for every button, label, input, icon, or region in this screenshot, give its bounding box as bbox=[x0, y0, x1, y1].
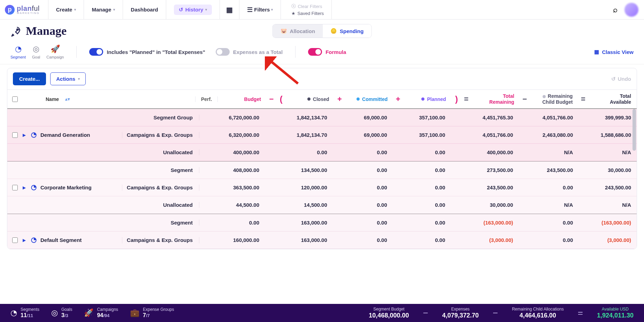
table-row: ▶Demand GenerationCampaigns & Exp. Group… bbox=[7, 126, 637, 144]
table-row: Segment0.00163,000.000.000.00(163,000.00… bbox=[7, 214, 637, 231]
chevron-down-icon: ▾ bbox=[113, 8, 115, 11]
rocket-icon bbox=[10, 25, 22, 37]
column-perf: Perf. bbox=[196, 96, 218, 102]
row-type-label: Campaigns & Exp. Groups bbox=[126, 184, 199, 190]
toggle-formula[interactable]: Formula bbox=[308, 48, 346, 56]
op-paren-open: ( bbox=[276, 94, 286, 104]
column-child-budget: RemainingChild Budget bbox=[530, 93, 578, 104]
actions-button[interactable]: Actions▾ bbox=[50, 72, 86, 85]
cell-value: 4,451,765.30 bbox=[470, 115, 519, 120]
expand-icon[interactable]: ▶ bbox=[21, 185, 27, 190]
cell-value: 0.00 bbox=[528, 184, 578, 190]
segment-name[interactable]: Corporate Marketing bbox=[40, 184, 92, 190]
nav-filters[interactable]: ☰ Filters▾ bbox=[239, 0, 281, 19]
cell-value: N/A bbox=[588, 149, 637, 155]
cell-value: 0.00 bbox=[284, 149, 333, 155]
cell-value: 0.00 bbox=[402, 220, 451, 226]
cell-value: 44,500.00 bbox=[215, 202, 265, 208]
cell-value: 134,500.00 bbox=[284, 167, 333, 173]
cell-value: 0.00 bbox=[215, 220, 265, 226]
cell-value: N/A bbox=[528, 202, 578, 208]
expand-icon[interactable]: ▶ bbox=[21, 133, 27, 138]
column-total-available: TotalAvailable bbox=[588, 93, 637, 104]
cell-value: 160,000.00 bbox=[215, 237, 265, 243]
classic-view-button[interactable]: ▦Classic View bbox=[594, 49, 634, 55]
row-checkbox[interactable] bbox=[12, 185, 18, 190]
cell-value: 69,000.00 bbox=[343, 115, 393, 120]
segment-name[interactable]: Default Segment bbox=[40, 237, 82, 243]
column-name[interactable]: Name bbox=[46, 96, 59, 102]
allocation-spending-toggle: 🐷Allocation 🪙Spending bbox=[273, 24, 371, 38]
cell-value: 0.00 bbox=[343, 167, 393, 173]
cell-value: 243,500.00 bbox=[588, 184, 637, 190]
row-type-label: Campaigns & Exp. Groups bbox=[126, 237, 199, 243]
cell-value: N/A bbox=[528, 149, 578, 155]
vertical-scrollbar[interactable] bbox=[632, 109, 636, 249]
cell-value: 0.00 bbox=[402, 237, 451, 243]
cell-value: 0.00 bbox=[528, 237, 578, 243]
tab-spending[interactable]: 🪙Spending bbox=[323, 24, 371, 38]
nav-manage[interactable]: Manage▾ bbox=[84, 0, 123, 19]
table-header: Name ▴▾ Perf. Budget − ( Closed + Commit… bbox=[7, 89, 637, 109]
nav-calendar[interactable]: ▦ bbox=[220, 0, 239, 19]
table-row: Unallocated44,500.0014,500.000.000.0030,… bbox=[7, 196, 637, 214]
title-bar: Manage 🐷Allocation 🪙Spending bbox=[0, 19, 644, 40]
cell-value: N/A bbox=[588, 202, 637, 208]
page-title: Manage bbox=[26, 24, 67, 38]
cell-value: 4,051,766.00 bbox=[470, 132, 519, 138]
cell-value: (3,000.00) bbox=[588, 237, 637, 243]
logo[interactable]: p planful MARKETING bbox=[0, 0, 48, 19]
sort-icon[interactable]: ▴▾ bbox=[65, 96, 70, 102]
cell-value: 163,000.00 bbox=[284, 237, 333, 243]
view-tab-campaign[interactable]: 🚀Campaign bbox=[46, 45, 64, 59]
target-icon: ◎ bbox=[33, 45, 39, 54]
expand-icon[interactable]: ▶ bbox=[21, 238, 27, 243]
toggle-includes-planned[interactable]: Includes "Planned" in "Total Expenses" bbox=[89, 48, 205, 56]
row-type-label: Segment bbox=[126, 220, 199, 226]
select-all-checkbox[interactable] bbox=[12, 96, 18, 102]
cell-value: 243,500.00 bbox=[528, 167, 578, 173]
cell-value: 357,100.00 bbox=[402, 115, 451, 120]
saved-filters[interactable]: ★Saved Filters bbox=[291, 11, 324, 16]
cell-value: 0.00 bbox=[528, 220, 578, 226]
nav-dashboard[interactable]: Dashboard bbox=[123, 0, 166, 19]
cell-value: 0.00 bbox=[402, 184, 451, 190]
table-row: Unallocated400,000.000.000.000.00400,000… bbox=[7, 144, 637, 161]
cell-value: 30,000.00 bbox=[470, 202, 519, 208]
toggle-expenses-total[interactable]: Expenses as a Total bbox=[216, 48, 283, 56]
op-equals: = bbox=[578, 95, 588, 104]
column-closed: Closed bbox=[286, 96, 335, 102]
cell-value: 1,588,686.00 bbox=[588, 132, 637, 138]
cell-value: 0.00 bbox=[343, 220, 393, 226]
cell-value: 0.00 bbox=[343, 202, 393, 208]
chevron-down-icon: ▾ bbox=[78, 77, 80, 81]
op-plus: + bbox=[335, 95, 345, 104]
view-tab-segment[interactable]: ◔Segment bbox=[10, 45, 26, 59]
table-body: Segment Group6,720,000.001,842,134.7069,… bbox=[7, 109, 637, 249]
op-paren-close: ) bbox=[452, 94, 461, 104]
column-total-remaining: TotalRemaining bbox=[471, 93, 520, 104]
create-button[interactable]: Create... bbox=[13, 72, 46, 85]
nav-create[interactable]: Create▾ bbox=[48, 0, 84, 19]
search-button[interactable]: ⌕ bbox=[606, 5, 624, 14]
cell-value: 399,999.30 bbox=[588, 115, 637, 120]
cell-value: 4,051,766.00 bbox=[528, 115, 578, 120]
segment-name[interactable]: Demand Generation bbox=[40, 132, 90, 138]
undo-button[interactable]: ↺Undo bbox=[611, 76, 631, 82]
pie-chart-icon: ◔ bbox=[15, 45, 22, 54]
cell-value: 14,500.00 bbox=[284, 202, 333, 208]
op-equals: = bbox=[461, 95, 471, 104]
tab-allocation[interactable]: 🐷Allocation bbox=[273, 24, 323, 38]
row-type-label: Campaigns & Exp. Groups bbox=[126, 132, 199, 138]
cell-value: 0.00 bbox=[402, 149, 451, 155]
row-checkbox[interactable] bbox=[12, 132, 18, 138]
row-checkbox[interactable] bbox=[12, 237, 18, 243]
row-type-label: Segment bbox=[126, 167, 199, 173]
star-icon: ★ bbox=[291, 11, 296, 16]
nav-history[interactable]: ↺History▾ bbox=[166, 0, 220, 19]
chevron-down-icon: ▾ bbox=[74, 8, 76, 11]
user-avatar[interactable] bbox=[624, 3, 638, 17]
calendar-icon: ▦ bbox=[226, 6, 233, 14]
clear-filters[interactable]: ⓧClear Filters bbox=[291, 3, 324, 9]
view-tab-goal[interactable]: ◎Goal bbox=[32, 45, 40, 59]
